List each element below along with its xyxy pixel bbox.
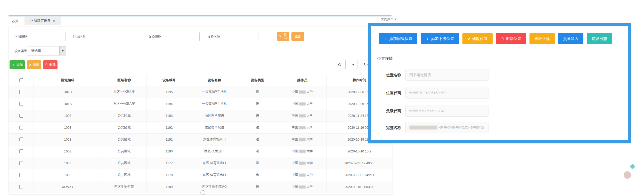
device-name-input[interactable] <box>220 32 258 41</box>
reset-button[interactable]: 重置 <box>291 32 304 41</box>
operator-prefix: 中国 <box>292 126 298 129</box>
delete-location-button[interactable]: 删除位置 <box>496 33 526 44</box>
location-code-field[interactable] <box>405 87 488 99</box>
tab-home[interactable]: 首页 <box>10 18 21 25</box>
row-checkbox[interactable] <box>19 90 23 94</box>
location-code-label: 位置代码 <box>386 91 401 95</box>
search-button[interactable]: 查询 <box>277 32 289 41</box>
redacted-text-block <box>299 138 306 141</box>
row-checkbox[interactable] <box>19 137 23 141</box>
table-row[interactable]: 1003公共区域1192东区理学院进进中国大学2020-11-19 09:3 <box>9 122 393 134</box>
table-row[interactable]: 1003公共区域1177东区-体育馆进口进中国大学2020-09-21 19:4… <box>9 157 393 169</box>
table-row[interactable]: 1003公共区域1190西区-人发进口进中国大学2020-10-10 15:2 <box>9 145 393 157</box>
plus-icon: ＋ <box>426 36 429 41</box>
batch-import-button[interactable]: 批量导入 <box>558 33 583 44</box>
cell-device-name: 一公寓A座手持机 <box>192 98 237 110</box>
columns-toggle-button[interactable] <box>346 60 357 69</box>
device-type-selected-value: --请选择-- <box>27 49 59 53</box>
col-area-code: 区域编码 <box>34 75 102 86</box>
modify-location-button[interactable]: 修改位置 <box>462 33 493 44</box>
cell-operator: 中国大学 <box>278 110 327 122</box>
cell-operator: 中国大学 <box>278 145 327 157</box>
cell-operator: 中国大学 <box>278 134 327 145</box>
refresh-button[interactable] <box>334 60 346 69</box>
row-checkbox[interactable] <box>19 173 23 177</box>
row-checkbox[interactable] <box>19 149 23 153</box>
cell-area-name: 东区一公寓A座 <box>102 98 146 110</box>
cell-operator: 中国大学 <box>278 122 327 134</box>
tab-region-bound-device[interactable]: 区域绑定设备 × <box>25 17 61 25</box>
device-name-label: 设备名称 <box>207 35 220 39</box>
cell-device-name: 西区-人发进口 <box>192 145 237 157</box>
add-child-location-button[interactable]: ＋添加下级位置 <box>421 33 459 44</box>
cell-operator: 中国大学 <box>278 157 327 169</box>
region-name-input[interactable] <box>85 32 123 41</box>
cell-area-code: 1003 <box>34 134 102 145</box>
row-checkbox[interactable] <box>19 185 23 189</box>
region-code-input[interactable] <box>27 32 66 41</box>
cell-area-code: 1003 <box>34 110 102 122</box>
table-row[interactable]: 1003公共区域1178东区-体育馆出口出中国大学2020-09-21 19:4… <box>9 169 393 181</box>
plus-icon: ＋ <box>12 63 15 67</box>
cell-check <box>9 193 34 195</box>
table-row[interactable]: 1003公共区域1191东区体育馆南门进中国大学2020-10-19 13:0 <box>9 134 393 145</box>
delete-button-label: 删除 <box>49 63 56 67</box>
cell-check <box>9 86 34 98</box>
cell-device-no: 1190 <box>146 145 192 157</box>
row-checkbox[interactable] <box>19 102 23 106</box>
cell-device-name: 西区理学院进 <box>192 110 237 122</box>
cell-device-type: 进 <box>237 122 278 134</box>
cell-check <box>9 110 34 122</box>
cell-device-no: 1193 <box>146 110 192 122</box>
cell-device-no: 1188 <box>146 193 192 195</box>
row-checkbox[interactable] <box>19 161 23 165</box>
topbar-action-dropdown[interactable]: 关闭操作 <box>381 17 397 21</box>
redacted-text-block <box>299 102 306 105</box>
add-button[interactable]: ＋ 添加 <box>10 60 25 69</box>
cell-area-code: D01A <box>34 98 102 110</box>
full-name-field[interactable]: -图书馆-图书馆1层-图书馆微 <box>405 122 488 133</box>
cell-device-no: 1177 <box>146 157 192 169</box>
device-table: 区域编码区域名称设备编号设备名称设备类型操作员操作时间 D01B东区一公寓B座1… <box>9 75 393 195</box>
cell-check <box>9 181 34 193</box>
cell-area-code: 1003 <box>34 122 102 134</box>
table-row[interactable]: 1003公共区域1193西区理学院进进中国大学2020-11-24 13:1 <box>9 110 393 122</box>
device-type-select[interactable]: --请选择-- <box>27 46 66 55</box>
select-all-checkbox-box[interactable] <box>19 78 23 82</box>
cell-area-name: 公共区域 <box>102 110 146 122</box>
row-checkbox[interactable] <box>19 126 23 129</box>
cell-device-no: 1191 <box>146 134 192 145</box>
reset-button-label: 重置 <box>295 35 301 38</box>
modify-location-button-label: 修改位置 <box>472 36 488 41</box>
col-operator: 操作员 <box>278 75 327 86</box>
table-row[interactable]: D01A东区一公寓A座1194一公寓A座手持机进中国大学2020-12-06 1… <box>9 98 393 110</box>
parent-code-field[interactable] <box>405 105 488 117</box>
cell-device-name: 西区生物学院进2 <box>192 181 237 193</box>
search-icon <box>279 35 281 38</box>
cell-area-code: 1003 <box>34 169 102 181</box>
tab-close-icon[interactable]: × <box>53 19 55 23</box>
device-table-body: D01B东区一公寓B座1195一公寓B座手持机进中国大学2020-12-06 1… <box>9 86 393 195</box>
cell-area-name: 西区生物学院 <box>102 181 146 193</box>
add-child-location-button-label: 添加下级位置 <box>431 36 454 41</box>
template-download-button[interactable]: 模板下载 <box>529 33 555 44</box>
delete-button[interactable]: 删除 <box>43 60 58 69</box>
operator-prefix: 中国 <box>292 90 298 94</box>
refresh-icon <box>338 63 341 67</box>
template-download-button-label: 模板下载 <box>534 36 550 41</box>
location-name-field[interactable] <box>405 69 488 81</box>
error-log-button[interactable]: 错误日志 <box>587 33 612 44</box>
redacted-text-block <box>299 162 306 165</box>
delete-location-button-label: 删除位置 <box>506 36 521 41</box>
add-sibling-location-button[interactable]: ＋添加同级位置 <box>379 33 417 44</box>
select-all-checkbox[interactable] <box>9 75 34 86</box>
select-arrow-box[interactable] <box>59 46 66 55</box>
cell-area-code: 1003 <box>34 145 102 157</box>
device-code-input[interactable] <box>161 32 200 41</box>
col-device-no: 设备编号 <box>146 75 192 86</box>
decorative-dot-teal <box>630 164 635 169</box>
table-row[interactable]: D01B东区一公寓B座1195一公寓B座手持机进中国大学2020-12-06 1… <box>9 86 393 98</box>
edit-button[interactable]: 编辑 <box>27 60 41 69</box>
row-checkbox[interactable] <box>19 114 23 118</box>
screenshot-canvas: 首页 区域绑定设备 × 关闭操作 区域编码区域名称设备编码设备名称 查询 重置 … <box>0 0 644 195</box>
